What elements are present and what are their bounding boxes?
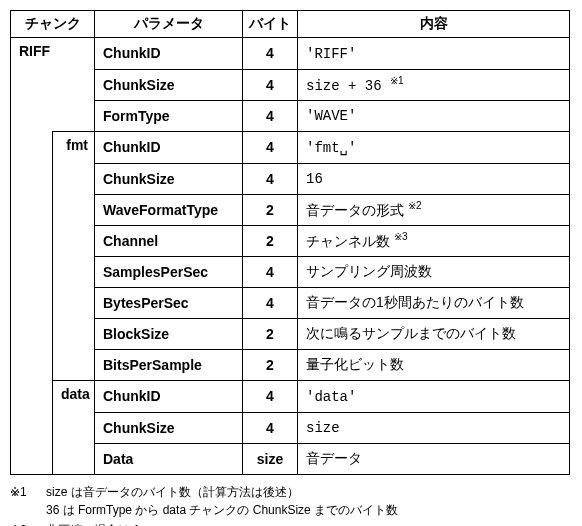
chunk-fmt: fmt bbox=[53, 132, 95, 164]
cell-param: ChunkSize bbox=[95, 69, 243, 100]
col-parameter: パラメータ bbox=[95, 11, 243, 38]
cell-byte: 4 bbox=[243, 381, 298, 413]
cell-desc: 音データの形式 ※2 bbox=[298, 194, 570, 225]
cell-param: WaveFormatType bbox=[95, 194, 243, 225]
cell-param: ChunkID bbox=[95, 132, 243, 164]
footnote-2: ※2 非圧縮の場合は 1 bbox=[10, 521, 570, 526]
table-row: ChunkSize 4 size bbox=[11, 412, 570, 443]
cell-param: BlockSize bbox=[95, 318, 243, 349]
cell-byte: 2 bbox=[243, 349, 298, 381]
footnote-text: 非圧縮の場合は 1 bbox=[46, 521, 570, 526]
cell-param: FormType bbox=[95, 100, 243, 132]
cell-desc: 'RIFF' bbox=[298, 38, 570, 70]
col-content: 内容 bbox=[298, 11, 570, 38]
table-row: FormType 4 'WAVE' bbox=[11, 100, 570, 132]
cell-desc: size bbox=[298, 412, 570, 443]
chunk-riff: RIFF bbox=[11, 38, 95, 70]
cell-desc: 16 bbox=[298, 163, 570, 194]
table-row: fmt ChunkID 4 'fmt␣' bbox=[11, 132, 570, 164]
table-row: ChunkSize 4 size + 36 ※1 bbox=[11, 69, 570, 100]
wave-format-table: チャンク パラメータ バイト 内容 RIFF ChunkID 4 'RIFF' … bbox=[10, 10, 570, 475]
table-row: Channel 2 チャンネル数 ※3 bbox=[11, 225, 570, 256]
cell-desc: 'fmt␣' bbox=[298, 132, 570, 164]
table-row: WaveFormatType 2 音データの形式 ※2 bbox=[11, 194, 570, 225]
cell-desc: チャンネル数 ※3 bbox=[298, 225, 570, 256]
cell-param: ChunkID bbox=[95, 381, 243, 413]
cell-desc: 量子化ビット数 bbox=[298, 349, 570, 381]
cell-desc: 'WAVE' bbox=[298, 100, 570, 132]
cell-param: BitsPerSample bbox=[95, 349, 243, 381]
cell-param: Data bbox=[95, 443, 243, 475]
cell-desc: 'data' bbox=[298, 381, 570, 413]
cell-desc: size + 36 ※1 bbox=[298, 69, 570, 100]
cell-byte: 2 bbox=[243, 194, 298, 225]
cell-param: BytesPerSec bbox=[95, 287, 243, 318]
table-row: RIFF ChunkID 4 'RIFF' bbox=[11, 38, 570, 70]
chunk-data: data bbox=[53, 381, 95, 413]
cell-desc: 次に鳴るサンプルまでのバイト数 bbox=[298, 318, 570, 349]
cell-byte: 4 bbox=[243, 287, 298, 318]
table-row: ChunkSize 4 16 bbox=[11, 163, 570, 194]
table-row: SamplesPerSec 4 サンプリング周波数 bbox=[11, 256, 570, 287]
cell-byte: 4 bbox=[243, 100, 298, 132]
cell-byte: 4 bbox=[243, 132, 298, 164]
cell-byte: 4 bbox=[243, 69, 298, 100]
table-header-row: チャンク パラメータ バイト 内容 bbox=[11, 11, 570, 38]
footnote-text: size は音データのバイト数（計算方法は後述） 36 は FormType か… bbox=[46, 483, 570, 519]
cell-desc: 音データ bbox=[298, 443, 570, 475]
cell-param: Channel bbox=[95, 225, 243, 256]
cell-param: ChunkSize bbox=[95, 163, 243, 194]
cell-desc: サンプリング周波数 bbox=[298, 256, 570, 287]
table-row: BitsPerSample 2 量子化ビット数 bbox=[11, 349, 570, 381]
table-row: BytesPerSec 4 音データの1秒間あたりのバイト数 bbox=[11, 287, 570, 318]
cell-byte: size bbox=[243, 443, 298, 475]
cell-byte: 4 bbox=[243, 163, 298, 194]
cell-byte: 4 bbox=[243, 412, 298, 443]
table-row: BlockSize 2 次に鳴るサンプルまでのバイト数 bbox=[11, 318, 570, 349]
cell-byte: 4 bbox=[243, 256, 298, 287]
footnote-mark: ※2 bbox=[10, 521, 46, 526]
table-row: Data size 音データ bbox=[11, 443, 570, 475]
cell-param: SamplesPerSec bbox=[95, 256, 243, 287]
cell-byte: 2 bbox=[243, 225, 298, 256]
cell-param: ChunkSize bbox=[95, 412, 243, 443]
cell-param: ChunkID bbox=[95, 38, 243, 70]
cell-byte: 2 bbox=[243, 318, 298, 349]
footnote-mark: ※1 bbox=[10, 483, 46, 519]
footnotes: ※1 size は音データのバイト数（計算方法は後述） 36 は FormTyp… bbox=[10, 483, 570, 526]
cell-desc: 音データの1秒間あたりのバイト数 bbox=[298, 287, 570, 318]
cell-byte: 4 bbox=[243, 38, 298, 70]
table-row: data ChunkID 4 'data' bbox=[11, 381, 570, 413]
footnote-1: ※1 size は音データのバイト数（計算方法は後述） 36 は FormTyp… bbox=[10, 483, 570, 519]
col-byte: バイト bbox=[243, 11, 298, 38]
col-chunk: チャンク bbox=[11, 11, 95, 38]
